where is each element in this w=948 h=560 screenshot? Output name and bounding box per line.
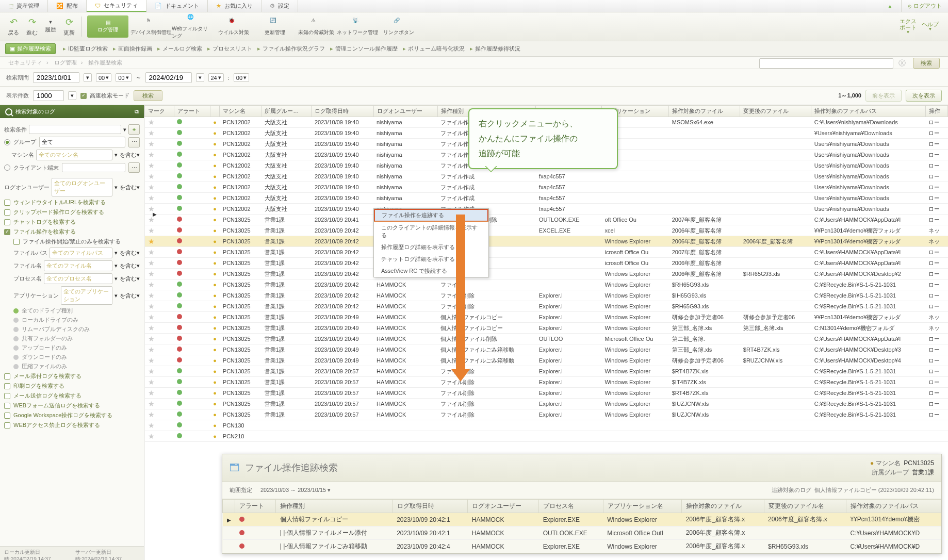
trace-col-7[interactable]: 操作対象のファイル <box>682 500 764 513</box>
drive-option-1[interactable]: ローカルドライブのみ <box>13 316 140 324</box>
more-check-4[interactable]: Google Workspace操作ログを検索する <box>4 411 140 419</box>
table-row[interactable]: ★●PCN13025営業1課2023/10/09 20:49HAMMOCK個人情… <box>145 323 948 334</box>
star-icon[interactable]: ★ <box>148 410 155 419</box>
star-icon[interactable]: ★ <box>148 183 155 191</box>
filter-dd-3[interactable]: ▾ <box>115 292 118 299</box>
star-icon[interactable]: ★ <box>148 421 155 430</box>
filter-contains-3[interactable]: を含む▾ <box>120 292 140 300</box>
table-row[interactable]: ★●PCN13025営業1課2023/10/09 20:57HAMMOCKファイ… <box>145 409 948 420</box>
col-header-10[interactable]: 操作対象のファイル <box>669 106 740 117</box>
subnav-6[interactable]: ▸ ボリューム暗号化状況 <box>403 45 465 53</box>
table-row[interactable]: ★●PCN12002大阪支社2023/10/09 19:40nishiyamaフ… <box>145 193 948 204</box>
table-row[interactable]: ★●PCN210 <box>145 431 948 442</box>
global-search-button[interactable]: 検索 <box>913 58 940 69</box>
table-row[interactable]: ★●PCN13025営業1課2023/10/09 20:42HAMMOCK個人i… <box>145 247 948 258</box>
table-row[interactable]: ★●PCN13025営業1課2023/10/09 20:42HAMMOCK個人W… <box>145 269 948 279</box>
popout-icon[interactable]: ⧉ <box>135 108 139 115</box>
drive-option-4[interactable]: アップロードのみ <box>13 344 140 352</box>
ribbon-0[interactable]: 🖱デバイス制御管理 <box>130 13 172 40</box>
star-icon[interactable]: ★ <box>148 129 155 137</box>
side-check-2[interactable]: チャットログを検索する <box>4 218 140 226</box>
ribbon-2[interactable]: 🐞ウイルス対策 <box>213 13 254 40</box>
col-header-6[interactable]: ログオンユーザー <box>373 106 437 117</box>
rows-input[interactable] <box>33 90 64 101</box>
cond-select[interactable] <box>29 125 121 134</box>
logout-link[interactable]: ⎋ログアウト <box>902 0 948 12</box>
trace-row[interactable]: | |-個人情報ファイルごみ箱移動2023/10/09 20:42:4HAMMO… <box>223 540 941 553</box>
date-to-picker[interactable]: ▾ <box>196 73 204 82</box>
help-button[interactable]: ヘルプ▼ <box>922 21 939 32</box>
table-row[interactable]: ★●PCN13025営業1課2023/10/09 20:57HAMMOCKファイ… <box>145 377 948 388</box>
reload-button[interactable]: ⟳更新 <box>60 13 78 40</box>
tab-4[interactable]: ★お気に入り <box>208 0 261 12</box>
table-row[interactable]: ★●PCN13025営業1課2023/10/09 20:42HAMMOCKファイ… <box>145 290 948 301</box>
back-button[interactable]: ↶戻る <box>4 13 23 40</box>
star-icon[interactable]: ★ <box>148 118 155 126</box>
star-icon[interactable]: ★ <box>148 389 155 397</box>
tab-5[interactable]: ⚙設定 <box>261 0 298 12</box>
log-management-button[interactable]: ▤ログ管理 <box>87 15 128 38</box>
group-browse[interactable]: ⋯ <box>128 137 140 147</box>
star-icon[interactable]: ★ <box>148 226 155 235</box>
table-row[interactable]: ★●PCN13025営業1課2023/10/09 20:49HAMMOCK個人情… <box>145 355 948 366</box>
star-icon[interactable]: ★ <box>148 140 155 148</box>
ctx-item-4[interactable]: AssetView RC で接続する <box>374 265 488 277</box>
trace-row[interactable]: | |-個人情報ファイルメール添付2023/10/09 20:42:1HAMMO… <box>223 526 941 540</box>
filter-contains-0[interactable]: を含む▾ <box>120 249 140 257</box>
filter-contains-1[interactable]: を含む▾ <box>120 262 140 270</box>
trace-col-0[interactable] <box>223 500 235 513</box>
more-check-5[interactable]: WEBアクセス禁止ログを検索する <box>4 421 140 429</box>
ribbon-4[interactable]: ⚠未知の脅威対策 <box>296 13 337 40</box>
history-button[interactable]: ▼履歴 <box>41 13 60 40</box>
file-sub-check[interactable]: ファイル操作開始/禁止のみを検索する <box>13 238 140 245</box>
table-row[interactable]: ★●PCN13025営業1課2023/10/09 20:57HAMMOCKファイ… <box>145 366 948 377</box>
subnav-4[interactable]: ▸ ファイル操作状況グラフ <box>257 45 325 53</box>
filter-input-3[interactable]: 全てのアプリケーション <box>61 286 112 305</box>
client-input[interactable] <box>62 163 125 172</box>
search-button[interactable]: 検索 <box>134 90 162 101</box>
tab-3[interactable]: 📄ドキュメント <box>146 0 208 12</box>
subnav-3[interactable]: ▸ プロセスリスト <box>207 45 252 53</box>
trace-col-8[interactable]: 変更後のファイル名 <box>764 500 846 513</box>
star-icon[interactable]: ★ <box>148 335 155 343</box>
filter-input-1[interactable]: 全てのファイル名 <box>44 260 112 271</box>
more-check-3[interactable]: WEBフォーム送信ログを検索する <box>4 402 140 409</box>
star-icon[interactable]: ★ <box>148 432 155 440</box>
trace-row[interactable]: ▶個人情報ファイルコピー2023/10/09 20:42:1HAMMOCKExp… <box>223 513 941 526</box>
subnav-7[interactable]: ▸ 操作履歴修得状況 <box>470 45 520 53</box>
trace-col-1[interactable]: アラート <box>235 500 276 513</box>
subnav-0[interactable]: ▸ ID監査ログ検索 <box>63 45 108 53</box>
table-row[interactable]: ★●PCN13025営業1課2023/10/09 20:57HAMMOCKファイ… <box>145 399 948 409</box>
more-check-0[interactable]: メール添付ログを検索する <box>4 372 140 380</box>
trace-col-5[interactable]: プロセス名 <box>539 500 603 513</box>
filter-dd-1[interactable]: ▾ <box>115 262 118 269</box>
table-row[interactable]: ★●PCN13025営業1課2023/10/09 20:42HAMMOCK個人W… <box>145 236 948 247</box>
trace-col-3[interactable]: ログ取得日時 <box>393 500 468 513</box>
client-browse[interactable]: ⋯ <box>128 162 140 173</box>
crumb-1[interactable]: ログ管理 <box>54 59 77 65</box>
table-row[interactable]: ★●PCN13025営業1課2023/10/09 20:42HAMMOCKファイ… <box>145 279 948 290</box>
more-tab[interactable]: ▲ <box>879 0 902 12</box>
machine-dd[interactable]: ▾ <box>115 152 118 158</box>
table-row[interactable]: ★●PCN12002大阪支社2023/10/09 19:40nishiyamaフ… <box>145 171 948 182</box>
col-header-2[interactable] <box>210 106 220 117</box>
table-row[interactable]: ★●PCN13025営業1課2023/10/09 20:42HAMMOCKファイ… <box>145 301 948 312</box>
star-icon[interactable]: ★ <box>148 281 155 289</box>
machine-contains[interactable]: を含む▾ <box>120 151 140 159</box>
drive-option-0[interactable]: 全てのドライブ種別 <box>13 307 140 315</box>
trace-range-picker[interactable]: 2023/10/03 ～ 2023/10/15 ▾ <box>256 485 335 496</box>
star-icon[interactable]: ★ <box>148 151 155 159</box>
star-icon[interactable]: ★ <box>148 367 155 375</box>
col-header-0[interactable]: マーク <box>145 106 174 117</box>
add-cond-button[interactable]: + <box>128 124 140 135</box>
hour-from[interactable]: 00 ▾ <box>96 73 111 82</box>
drive-option-2[interactable]: リムーバブルディスクのみ <box>13 325 140 333</box>
subnav-2[interactable]: ▸ メールログ検索 <box>157 45 202 53</box>
table-row[interactable]: ★●PCN13025営業1課2023/10/09 20:42HAMMOCK個人i… <box>145 258 948 269</box>
logon-input[interactable]: 全てのログオンユーザー <box>52 178 112 196</box>
min-from[interactable]: 00 ▾ <box>116 73 131 82</box>
star-icon[interactable]: ★ <box>148 400 155 408</box>
drive-option-3[interactable]: 共有フォルダーのみ <box>13 335 140 342</box>
star-icon[interactable]: ★ <box>148 291 155 300</box>
table-row[interactable]: ★●PCN13025営業1課2023/10/09 20:49HAMMOCK個人情… <box>145 344 948 355</box>
